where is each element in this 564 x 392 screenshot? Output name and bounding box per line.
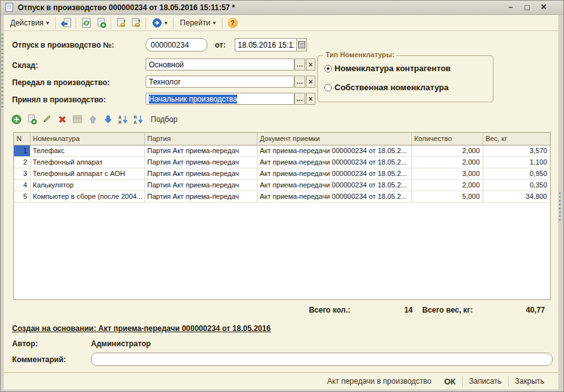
batch-cell[interactable]: Партия Акт приема-передач xyxy=(144,191,257,202)
nomenclature-cell[interactable]: Калькулятор xyxy=(30,179,144,191)
based-on-link[interactable]: Создан на основании: Акт приема-передачи… xyxy=(12,324,271,333)
warehouse-select-icon[interactable] xyxy=(294,58,305,71)
edit-icon[interactable] xyxy=(41,114,52,125)
unpost-document-icon[interactable] xyxy=(129,17,142,29)
goto-menu-button[interactable]: Перейти xyxy=(176,17,219,30)
column-header: Партия xyxy=(144,133,257,145)
warehouse-field[interactable]: Основной xyxy=(146,58,294,71)
warehouse-clear-icon[interactable] xyxy=(306,58,315,71)
column-header: Номенклатура xyxy=(30,133,144,145)
total-qty-label: Всего кол.: xyxy=(309,306,350,314)
copy-add-icon[interactable] xyxy=(94,17,107,29)
qty-cell[interactable]: 2,000 xyxy=(411,156,483,168)
svg-text:А: А xyxy=(118,115,121,119)
add-icon[interactable] xyxy=(11,114,22,125)
row-number-cell[interactable]: 2 xyxy=(14,156,30,168)
radio-counterparty-nomenclature[interactable]: Номенклатура контрагентов xyxy=(324,64,451,73)
column-header: Количество xyxy=(411,133,483,145)
weight-cell[interactable]: 0,350 xyxy=(483,179,550,191)
accepted-by-field[interactable]: Начальник производства xyxy=(146,93,294,105)
splitter-grip xyxy=(559,191,561,223)
nomenclature-cell[interactable]: Телефакс xyxy=(30,145,144,156)
toolbar-separator xyxy=(76,17,76,29)
table-row[interactable]: 1 Телефакс Партия Акт приема-передач Акт… xyxy=(14,145,550,156)
save-icon[interactable] xyxy=(59,17,72,29)
ok-button[interactable]: ОК xyxy=(437,377,462,386)
row-number-cell[interactable]: 3 xyxy=(14,168,30,179)
column-header: Вес, кг xyxy=(483,133,550,145)
post-document-icon[interactable] xyxy=(114,17,128,29)
qty-cell[interactable]: 2,000 xyxy=(411,179,483,191)
doc-date-input[interactable] xyxy=(235,38,296,51)
minimize-icon[interactable] xyxy=(504,2,517,13)
delete-icon[interactable] xyxy=(57,114,67,125)
author-label: Автор: xyxy=(12,339,38,348)
actions-menu-button[interactable]: Действия xyxy=(6,17,53,30)
row-number-cell[interactable]: 5 xyxy=(14,191,30,202)
table-row[interactable]: 3 Телефонный аппарат с АОН Партия Акт пр… xyxy=(14,168,550,179)
radio-label: Номенклатура контрагентов xyxy=(334,64,451,73)
batch-cell[interactable]: Партия Акт приема-передач xyxy=(144,168,257,179)
nomenclature-cell[interactable]: Компьютер в сборе (после 2004... xyxy=(30,191,144,202)
row-number-cell[interactable]: 1 xyxy=(14,145,30,156)
items-toolbar: А Я Я А Подбор xyxy=(11,114,177,125)
weight-cell[interactable]: 34,800 xyxy=(483,191,550,202)
comment-label: Комментарий: xyxy=(12,355,66,364)
transferred-by-clear-icon[interactable] xyxy=(306,76,315,88)
weight-cell[interactable]: 1,100 xyxy=(483,156,550,168)
transferred-by-field[interactable]: Технолог xyxy=(146,76,294,88)
sort-asc-icon[interactable]: А Я xyxy=(118,114,128,125)
total-weight-value: 40,77 xyxy=(526,306,545,314)
radio-own-nomenclature[interactable]: Собственная номенклатура xyxy=(324,83,448,92)
receipt-doc-cell[interactable]: Акт приема-передачи 000000234 от 18.05.2… xyxy=(257,179,411,191)
toolbar-separator xyxy=(111,17,111,29)
row-number-cell[interactable]: 4 xyxy=(14,179,30,191)
nomenclature-type-groupbox: Тип Номенклатуры: Номенклатура контраген… xyxy=(317,55,493,102)
column-header: Документ приемки xyxy=(257,133,411,145)
table-row[interactable]: 5 Компьютер в сборе (после 2004... Парти… xyxy=(14,191,550,202)
comment-input[interactable] xyxy=(91,353,553,366)
doc-number-label: Отпуск в производство №: xyxy=(12,41,114,50)
transferred-by-label: Передал в производство: xyxy=(12,78,109,87)
close-button[interactable]: Закрыть xyxy=(509,377,551,386)
radio-label: Собственная номенклатура xyxy=(334,83,448,92)
refresh-icon[interactable] xyxy=(79,17,93,29)
receipt-doc-cell[interactable]: Акт приема-передачи 000000234 от 18.05.2… xyxy=(257,145,411,156)
receipt-doc-cell[interactable]: Акт приема-передачи 000000234 от 18.05.2… xyxy=(257,168,411,179)
go-icon[interactable] xyxy=(149,17,170,29)
qty-cell[interactable]: 2,000 xyxy=(411,145,483,156)
calendar-icon[interactable] xyxy=(296,38,307,51)
help-icon[interactable] xyxy=(226,17,239,29)
table-header-row: N Номенклатура Партия Документ приемки К… xyxy=(14,133,550,145)
close-icon[interactable] xyxy=(537,2,550,13)
qty-cell[interactable]: 5,000 xyxy=(411,191,483,202)
radio-unselected-icon xyxy=(324,84,332,91)
weight-cell[interactable]: 0,950 xyxy=(483,168,550,179)
qty-cell[interactable]: 3,000 xyxy=(411,168,483,179)
pick-button[interactable]: Подбор xyxy=(151,115,177,124)
move-down-icon[interactable] xyxy=(102,114,113,125)
maximize-icon[interactable] xyxy=(521,2,533,13)
write-button[interactable]: Записать xyxy=(463,377,508,386)
transferred-by-value: Технолог xyxy=(149,78,181,86)
window-title: Отпуск в производство 000000234 от 18.05… xyxy=(18,3,235,12)
accepted-by-clear-icon[interactable] xyxy=(306,93,315,105)
add-copy-icon[interactable] xyxy=(26,114,37,125)
batch-cell[interactable]: Партия Акт приема-передач xyxy=(144,156,257,168)
doc-number-input[interactable] xyxy=(146,38,207,51)
weight-cell[interactable]: 3,570 xyxy=(483,145,550,156)
table-row[interactable]: 4 Калькулятор Партия Акт приема-передач … xyxy=(14,179,550,191)
doc-date-label: от: xyxy=(215,41,226,50)
sort-desc-icon[interactable]: Я А xyxy=(133,114,144,125)
nomenclature-cell[interactable]: Телефонный аппарат с АОН xyxy=(30,168,144,179)
receipt-doc-cell[interactable]: Акт приема-передачи 000000234 от 18.05.2… xyxy=(257,191,411,202)
receipt-doc-cell[interactable]: Акт приема-передачи 000000234 от 18.05.2… xyxy=(257,156,411,168)
transfer-act-button[interactable]: Акт передачи в производство xyxy=(320,377,437,386)
transferred-by-select-icon[interactable] xyxy=(294,76,305,88)
accepted-by-select-icon[interactable] xyxy=(294,93,305,105)
warehouse-value: Основной xyxy=(149,60,184,69)
batch-cell[interactable]: Партия Акт приема-передач xyxy=(144,145,257,156)
batch-cell[interactable]: Партия Акт приема-передач xyxy=(144,179,257,191)
nomenclature-cell[interactable]: Телефонный аппарат xyxy=(30,156,144,168)
table-row[interactable]: 2 Телефонный аппарат Партия Акт приема-п… xyxy=(14,156,550,168)
